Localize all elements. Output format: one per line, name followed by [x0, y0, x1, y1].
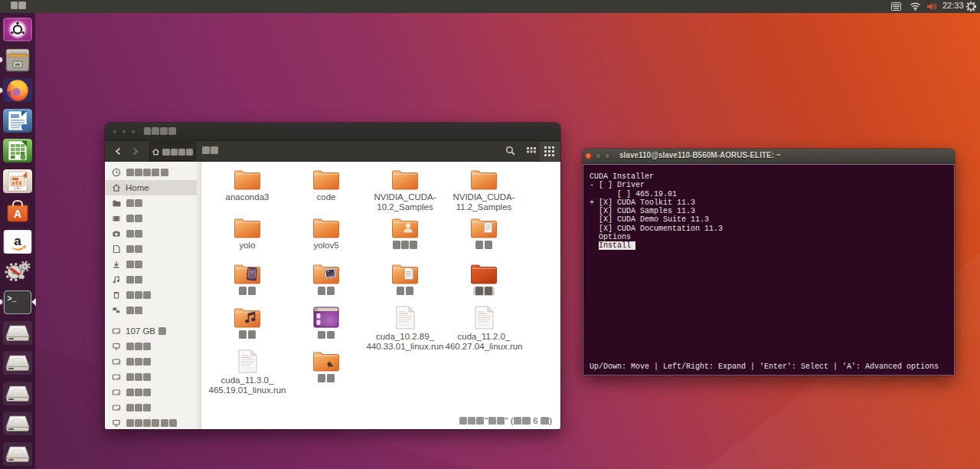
svg-text:A: A — [14, 208, 21, 220]
svg-text:>_: >_ — [8, 295, 18, 303]
svg-text:a: a — [14, 234, 21, 248]
